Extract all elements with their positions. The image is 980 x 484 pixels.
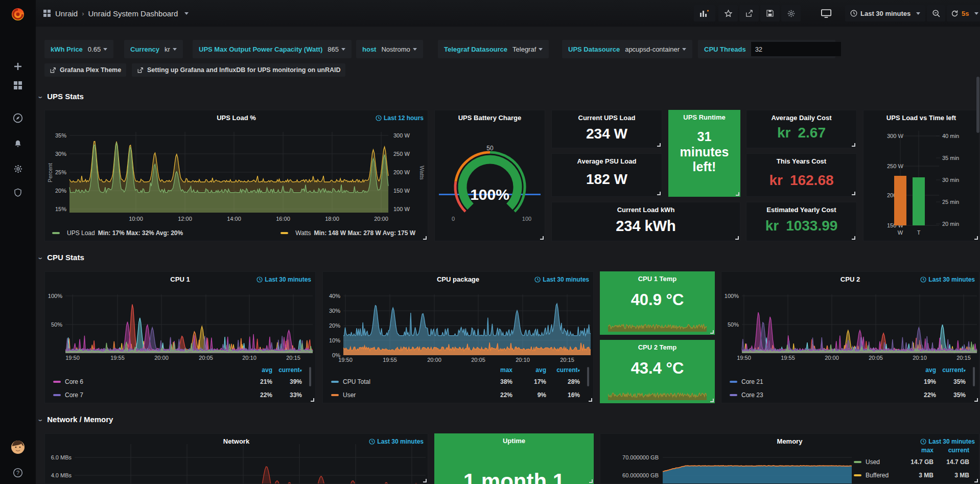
panel-title[interactable]: CPU 1 Temp <box>600 275 715 283</box>
dashboard-caret-icon[interactable] <box>184 12 189 15</box>
legend-header[interactable]: avg <box>906 366 936 374</box>
apps-icon[interactable] <box>43 9 51 17</box>
panel-timerange[interactable]: Last 30 minutes <box>256 276 311 283</box>
variable-kwh-price[interactable]: kWh Price 0.65 <box>44 40 113 58</box>
panel-title[interactable]: Estimated Yearly Cost <box>746 206 856 214</box>
sidebar-item-alerting[interactable] <box>0 135 36 152</box>
panel-title[interactable]: UPS Battery Charge <box>435 114 545 122</box>
legend-scrollbar[interactable] <box>973 367 975 386</box>
legend-series-name[interactable]: CPU Total <box>343 378 479 385</box>
dropdown-caret-icon <box>682 48 686 51</box>
legend-series-name[interactable]: Core 21 <box>741 378 906 385</box>
legend-series-name[interactable]: UPS Load <box>67 229 95 237</box>
legend-header[interactable]: avg <box>243 366 272 374</box>
panel-timerange[interactable]: Last 12 hours <box>376 114 424 122</box>
panel-estimated-yearly-cost: Estimated Yearly Cost kr1033.99 <box>746 202 857 241</box>
variable-value-dropdown[interactable]: Telegraf <box>512 45 543 53</box>
page-scrollbar[interactable] <box>976 77 979 133</box>
variable-value-dropdown[interactable]: kr <box>165 45 177 53</box>
variable-currency[interactable]: Currency kr <box>124 40 183 58</box>
panel-title[interactable]: Current UPS Load <box>552 114 662 122</box>
legend-series-name[interactable]: Watts <box>295 229 311 237</box>
variable-value-dropdown[interactable]: apcupsd-container <box>625 45 686 53</box>
clock-icon <box>850 10 857 17</box>
ups-load-chart[interactable]: 35%30%25%20%15%300 W250 W200 W150 W100 W… <box>45 110 428 241</box>
star-dashboard-button[interactable] <box>718 5 738 21</box>
legend-scrollbar[interactable] <box>587 367 589 386</box>
panel-title[interactable]: CPU 2 Temp <box>600 343 715 351</box>
svg-text:20%: 20% <box>329 322 340 329</box>
legend-series-name[interactable]: Core 6 <box>65 378 243 385</box>
dashboard-settings-button[interactable] <box>781 5 801 21</box>
section-header-ups-stats[interactable]: ⌄UPS Stats <box>38 92 84 101</box>
variable-ups-max-output[interactable]: UPS Max Output Power Capacity (Watt) 865 <box>193 40 352 58</box>
ups-battery-gauge[interactable]: 050100 <box>435 110 545 241</box>
sidebar-item-explore[interactable] <box>0 109 36 127</box>
dashboard-link-plex-theme[interactable]: Grafana Plex Theme <box>44 63 126 77</box>
sidebar-item-configuration[interactable] <box>0 160 36 177</box>
legend-series-name[interactable]: Core 7 <box>65 391 243 399</box>
legend-header[interactable]: current▾ <box>546 366 580 374</box>
ups-load-vs-time-bar-chart[interactable]: 300 W250 W200 W150 W40 min35 min30 min25… <box>864 110 979 241</box>
cpu-package-chart[interactable]: 40%30%20%10%0%19:5019:5520:0020:0520:102… <box>323 272 594 365</box>
legend-watts: Watts Min: 148 W Max: 278 W Avg: 175 W <box>281 229 415 237</box>
save-dashboard-button[interactable] <box>760 5 780 21</box>
legend-header[interactable]: current▾ <box>272 366 302 374</box>
legend-header[interactable]: current <box>934 447 969 454</box>
panel-title[interactable]: UPS Runtime <box>668 113 740 121</box>
cpu-threads-input[interactable] <box>751 42 841 56</box>
sidebar-item-help[interactable]: ? <box>0 464 36 481</box>
legend-series-name[interactable]: Buffered <box>866 472 898 479</box>
legend-series-stats: Min: 148 W Max: 278 W Avg: 175 W <box>314 229 416 237</box>
panel-timerange[interactable]: Last 30 minutes <box>920 438 975 445</box>
variable-host[interactable]: host Nostromo <box>356 40 423 58</box>
cpu2-chart[interactable]: 100%50%19:5019:5520:0020:0520:1020:15 <box>721 272 979 365</box>
legend-series-name[interactable]: Used <box>866 458 898 466</box>
variable-ups-datasource[interactable]: UPS Datasource apcupsd-container <box>562 40 692 58</box>
user-avatar[interactable] <box>0 439 36 456</box>
panel-timerange[interactable]: Last 30 minutes <box>920 276 975 283</box>
breadcrumb-app[interactable]: Unraid <box>55 9 78 18</box>
zoom-out-time-button[interactable] <box>927 5 945 21</box>
dashboard-link-ups-monitoring[interactable]: Setting up Grafana and InfluxDB for UPS … <box>132 63 345 77</box>
legend-row: Core 621%39% <box>53 375 302 388</box>
cpu1-chart[interactable]: 100%50%19:5019:5520:0020:0520:1020:15 <box>45 272 316 365</box>
add-panel-button[interactable] <box>694 5 715 21</box>
variable-telegraf-datasource[interactable]: Telegraf Datasource Telegraf <box>438 40 549 58</box>
share-dashboard-button[interactable] <box>739 5 759 21</box>
panel-timerange[interactable]: Last 30 minutes <box>369 438 424 445</box>
legend-header[interactable]: current▾ <box>936 366 966 374</box>
legend-header[interactable]: max <box>898 447 934 454</box>
legend-header[interactable]: avg <box>512 366 546 374</box>
legend-scrollbar[interactable] <box>309 367 311 386</box>
sidebar-item-server-admin[interactable] <box>0 184 36 201</box>
sidebar-item-create[interactable] <box>0 58 36 75</box>
panel-title[interactable]: Uptime <box>434 437 594 445</box>
breadcrumb-dashboard-title[interactable]: Unraid System Dashboard <box>88 9 178 18</box>
refresh-picker[interactable]: 5s <box>947 5 980 21</box>
sidebar-item-dashboards[interactable] <box>0 77 36 94</box>
svg-text:T: T <box>917 229 921 236</box>
monitor-icon <box>821 9 831 18</box>
panel-title[interactable]: Average PSU Load <box>552 157 662 165</box>
svg-text:14:00: 14:00 <box>227 216 241 222</box>
panel-title[interactable]: Current Load kWh <box>552 206 740 214</box>
panel-title[interactable]: This Years Cost <box>746 157 856 165</box>
section-header-cpu-stats[interactable]: ⌄CPU Stats <box>38 253 84 262</box>
panel-title[interactable]: Average Daily Cost <box>746 114 856 122</box>
panel-title[interactable]: UPS Load vs Time left <box>864 114 979 122</box>
time-range-picker[interactable]: Last 30 minutes <box>845 5 925 21</box>
section-header-network-memory[interactable]: ⌄Network / Memory <box>38 415 113 424</box>
grafana-logo[interactable] <box>0 4 36 25</box>
variable-value-dropdown[interactable]: 0.65 <box>88 45 107 53</box>
legend-series-name[interactable]: User <box>343 391 479 399</box>
variable-label: host <box>362 45 376 53</box>
variable-value-dropdown[interactable]: 865 <box>328 45 345 53</box>
variable-value-dropdown[interactable]: Nostromo <box>381 45 416 53</box>
panel-title[interactable]: UPS Load % <box>45 114 428 122</box>
clock-icon <box>369 439 375 445</box>
cycle-view-mode-button[interactable] <box>815 5 837 21</box>
legend-series-name[interactable]: Core 23 <box>741 391 906 399</box>
panel-timerange[interactable]: Last 30 minutes <box>534 276 589 283</box>
legend-header[interactable]: max <box>479 366 512 374</box>
